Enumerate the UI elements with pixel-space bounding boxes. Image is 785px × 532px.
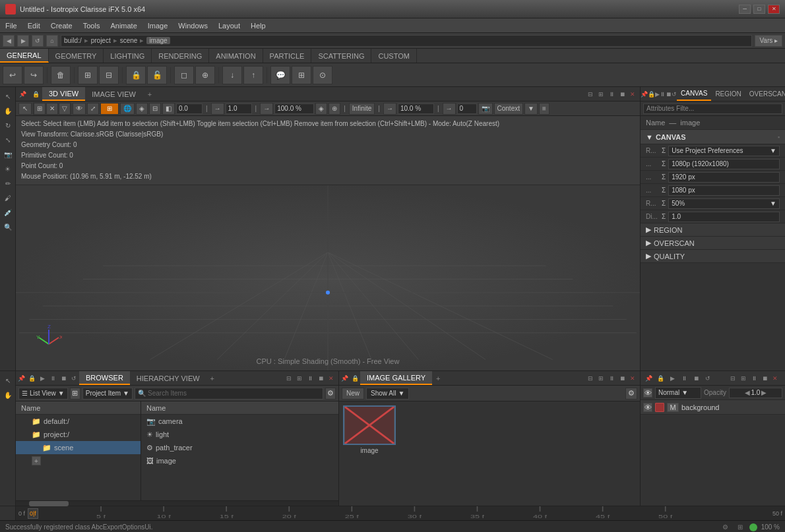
bp-close-icon[interactable]: ✕: [327, 374, 336, 383]
bp-play-icon[interactable]: ▶: [37, 375, 47, 382]
vt-btn1[interactable]: ⊞: [34, 103, 46, 115]
tab-geometry[interactable]: GEOMETRY: [49, 49, 104, 63]
rp2-refresh-icon[interactable]: ↺: [703, 375, 713, 382]
rp2-close-icon[interactable]: ✕: [770, 374, 780, 383]
path-image[interactable]: image: [146, 37, 170, 44]
sidebar-rotate-icon[interactable]: ↻: [1, 119, 15, 132]
gallery-item-image[interactable]: image: [343, 405, 396, 454]
rp2-item-row[interactable]: 👁 M background: [641, 400, 785, 415]
browser-item-light[interactable]: ☀ light: [141, 428, 338, 441]
rp2-item-eye-icon[interactable]: 👁: [643, 403, 652, 412]
grid-button[interactable]: ⊞: [78, 66, 98, 84]
bs-icon2[interactable]: ✋: [1, 388, 15, 401]
sidebar-scale-icon[interactable]: ⤡: [1, 133, 15, 146]
rp-refresh-icon[interactable]: ↺: [672, 91, 677, 98]
browser-item-camera[interactable]: 📷 camera: [141, 415, 338, 428]
browser-scrollbar[interactable]: [16, 500, 338, 506]
rp2-icon4[interactable]: ⏹: [760, 374, 769, 383]
browser-tree-item-project[interactable]: 📁 project:/: [16, 428, 141, 441]
panel-stop-icon[interactable]: ⏹: [617, 90, 627, 99]
gp-tab-gallery[interactable]: IMAGE GALLERY: [360, 371, 432, 385]
panel-lock-icon[interactable]: 🔒: [29, 91, 42, 98]
overscan-section-header[interactable]: ▶ OVERSCAN: [641, 237, 785, 250]
vt-arrow4[interactable]: →: [443, 103, 456, 115]
menu-windows[interactable]: Windows: [173, 18, 213, 32]
tab-image-view[interactable]: IMAGE VIEW: [85, 87, 142, 101]
vt-eye-icon[interactable]: 👁: [73, 103, 86, 115]
vt-arrow-icon[interactable]: →: [211, 103, 224, 115]
gp-icon1[interactable]: ⊟: [586, 374, 595, 383]
rp2-item-material-icon[interactable]: M: [667, 403, 679, 412]
viewport-3d[interactable]: X Y Z CPU : Simple Shading (Smooth) - Fr…: [16, 185, 640, 370]
menu-create[interactable]: Create: [46, 18, 78, 32]
bp-listview-btn[interactable]: ☰ List View ▼: [18, 388, 68, 399]
vt-value2-input[interactable]: [226, 103, 252, 114]
vt-select-icon[interactable]: ↖: [18, 103, 32, 115]
vt-value4-input[interactable]: [398, 103, 434, 114]
bp-stop-icon[interactable]: ⏹: [58, 375, 69, 382]
browser-tree-item-scene[interactable]: 📁 scene: [16, 441, 141, 454]
vt-btn2[interactable]: ✕: [46, 103, 58, 115]
status-settings-icon[interactable]: ⚙: [720, 522, 731, 533]
rp-tab-canvas[interactable]: CANVAS: [677, 87, 711, 101]
browser-item-path-tracer[interactable]: ⚙ path_tracer: [141, 441, 338, 454]
rp-dim-value[interactable]: 1.0: [668, 212, 780, 222]
gallery-img-thumb[interactable]: [343, 405, 396, 445]
rp-attributes-filter[interactable]: Attributes Filte...: [643, 103, 782, 114]
browser-scrollbar-thumb[interactable]: [29, 501, 69, 506]
bp-lock-icon[interactable]: 🔒: [26, 375, 37, 382]
panel-pin-icon[interactable]: 📌: [16, 91, 29, 98]
rp2-eye-icon[interactable]: 👁: [643, 388, 652, 398]
transform-button[interactable]: ⊕: [195, 66, 215, 84]
bp-icon2[interactable]: ⊞: [295, 374, 304, 383]
vt-value1-input[interactable]: [176, 103, 203, 114]
panel-close-icon[interactable]: ✕: [628, 90, 637, 99]
tab-3d-view[interactable]: 3D VIEW: [42, 87, 85, 101]
gp-close-icon[interactable]: ✕: [628, 374, 637, 383]
vt-more-btn[interactable]: ≡: [539, 103, 550, 115]
maximize-button[interactable]: □: [753, 5, 765, 14]
bp-pin-icon[interactable]: 📌: [16, 375, 26, 382]
vt-arrow3[interactable]: →: [383, 103, 396, 115]
rp2-icon2[interactable]: ⊞: [739, 374, 748, 383]
menu-file[interactable]: File: [0, 18, 22, 32]
vt-percent-input[interactable]: [274, 103, 314, 114]
menu-tools[interactable]: Tools: [78, 18, 106, 32]
tab-animation[interactable]: ANIMATION: [209, 49, 263, 63]
forward-button[interactable]: ▶: [17, 35, 29, 47]
vt-move-icon[interactable]: ⤢: [87, 103, 99, 115]
sidebar-move-icon[interactable]: ✋: [1, 104, 15, 117]
path-scene[interactable]: scene: [120, 37, 138, 44]
vt-world-icon[interactable]: 🌐: [120, 103, 135, 115]
vt-btn4[interactable]: ⊕: [329, 103, 340, 115]
gp-show-all-dropdown[interactable]: Show All ▼: [366, 388, 409, 399]
split-button[interactable]: ⊞: [292, 66, 311, 84]
sidebar-select-icon[interactable]: ↖: [1, 90, 15, 103]
reload-button[interactable]: ↺: [32, 35, 44, 47]
vt-context-btn[interactable]: Context: [494, 103, 523, 115]
tab-scattering[interactable]: SCATTERING: [311, 49, 371, 63]
menu-layout[interactable]: Layout: [213, 18, 245, 32]
bp-add-tab[interactable]: +: [206, 374, 218, 382]
bp-project-item-dropdown[interactable]: Project Item ▼: [82, 388, 133, 399]
sidebar-paint-icon[interactable]: 🖌: [1, 191, 15, 204]
rp2-opacity-field[interactable]: ◀ 1.0 ▶: [729, 388, 782, 398]
export-button[interactable]: ↑: [243, 66, 263, 84]
tab-rendering[interactable]: RENDERING: [152, 49, 209, 63]
gp-icon3[interactable]: ⏸: [607, 374, 616, 383]
menu-edit[interactable]: Edit: [22, 18, 46, 32]
gp-pin-icon[interactable]: 📌: [339, 375, 350, 382]
rp-lock-icon[interactable]: 🔒: [648, 91, 655, 98]
browser-item-image[interactable]: 🖼 image: [141, 454, 338, 467]
delete-button[interactable]: 🗑: [51, 66, 71, 84]
rp-pause-icon[interactable]: ⏸: [660, 91, 666, 98]
undo-button[interactable]: ↩: [3, 66, 22, 84]
rp2-icon1[interactable]: ⊟: [728, 374, 738, 383]
tab-particle[interactable]: PARTICLE: [263, 49, 312, 63]
back-button[interactable]: ◀: [3, 35, 15, 47]
rp-height-value[interactable]: 1080 px: [668, 185, 780, 196]
region-section-header[interactable]: ▶ REGION: [641, 223, 785, 237]
gp-settings-btn[interactable]: ⚙: [625, 388, 637, 399]
close-button[interactable]: ✕: [768, 5, 780, 14]
menu-help[interactable]: Help: [245, 18, 271, 32]
